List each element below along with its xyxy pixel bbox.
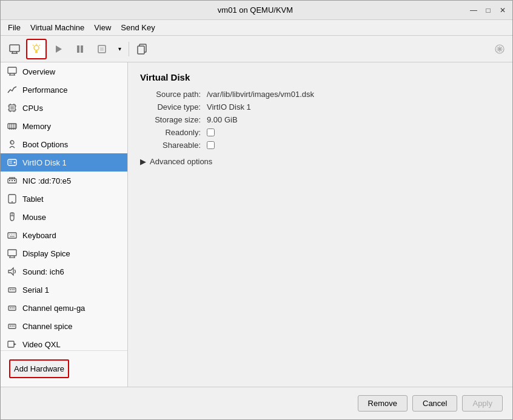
- cancel-button[interactable]: Cancel: [412, 395, 457, 412]
- overview-icon: [7, 66, 18, 77]
- window-controls: — □ ✕: [469, 5, 508, 15]
- boot-options-icon: [7, 139, 18, 150]
- sidebar-item-memory[interactable]: Memory: [1, 117, 127, 135]
- source-path-value: /var/lib/libvirt/images/vm01.dsk: [207, 90, 314, 99]
- source-path-label: Source path:: [140, 90, 207, 99]
- sidebar-scroll: Overview Performance CPUs: [1, 62, 127, 350]
- advanced-options-label: Advanced options: [150, 157, 212, 166]
- svg-rect-58: [12, 180, 13, 181]
- sidebar-item-video-qxl[interactable]: Video QXL: [1, 335, 127, 350]
- screenshot-button[interactable]: [132, 39, 153, 59]
- sidebar-item-tablet[interactable]: Tablet: [1, 190, 127, 208]
- shareable-row: Shareable:: [140, 141, 500, 150]
- toolbar-dropdown-button[interactable]: ▾: [113, 39, 126, 59]
- svg-marker-88: [14, 343, 16, 345]
- svg-point-77: [12, 289, 13, 290]
- pause-button[interactable]: [70, 39, 90, 59]
- channel-spice-icon: [7, 321, 18, 332]
- maximize-button[interactable]: □: [483, 5, 493, 15]
- device-type-row: Device type: VirtIO Disk 1: [140, 102, 500, 112]
- sidebar-label-sound: Sound: ich6: [22, 267, 64, 276]
- svg-point-78: [13, 289, 15, 290]
- power-button[interactable]: [26, 39, 47, 59]
- sidebar-item-channel-spice[interactable]: Channel spice: [1, 317, 127, 335]
- main-window: vm01 on QEMU/KVM — □ ✕ File Virtual Mach…: [0, 0, 513, 420]
- play-icon: [54, 45, 62, 53]
- svg-point-4: [34, 45, 39, 50]
- monitor-button[interactable]: [4, 39, 25, 59]
- menubar: File Virtual Machine View Send Key: [1, 20, 512, 36]
- svg-rect-28: [10, 106, 14, 110]
- sidebar-label-mouse: Mouse: [22, 213, 46, 222]
- readonly-row: Readonly:: [140, 128, 500, 137]
- play-button[interactable]: [48, 39, 69, 59]
- svg-point-76: [10, 289, 11, 290]
- memory-icon: [7, 121, 18, 132]
- sidebar-label-channel-spice: Channel spice: [22, 322, 72, 331]
- sidebar-label-channel-qemu-ga: Channel qemu-ga: [22, 304, 85, 313]
- close-button[interactable]: ✕: [498, 5, 508, 15]
- resize-icon: [494, 44, 505, 55]
- svg-rect-17: [138, 46, 144, 54]
- sidebar-label-display-spice: Display Spice: [22, 249, 70, 258]
- sidebar-item-serial-1[interactable]: Serial 1: [1, 281, 127, 299]
- readonly-checkbox[interactable]: [207, 128, 215, 136]
- toolbar: ▾: [1, 36, 512, 62]
- svg-rect-0: [10, 45, 19, 52]
- storage-size-row: Storage size: 9.00 GiB: [140, 115, 500, 124]
- sidebar-item-channel-qemu-ga[interactable]: Channel qemu-ga: [1, 299, 127, 317]
- shareable-label: Shareable:: [140, 141, 207, 150]
- svg-rect-59: [14, 180, 15, 181]
- sidebar-item-performance[interactable]: Performance: [1, 81, 127, 99]
- sidebar-label-keyboard: Keyboard: [22, 231, 56, 240]
- section-title: Virtual Disk: [140, 72, 500, 82]
- sidebar-item-mouse[interactable]: Mouse: [1, 208, 127, 226]
- storage-size-label: Storage size:: [140, 115, 207, 124]
- sidebar-item-boot-options[interactable]: Boot Options: [1, 135, 127, 153]
- performance-icon: [7, 84, 18, 95]
- sidebar-item-virtio-disk-1[interactable]: VirtIO Disk 1: [1, 153, 127, 172]
- sidebar-label-cpus: CPUs: [22, 104, 43, 113]
- shareable-checkbox[interactable]: [207, 141, 215, 149]
- sidebar-label-virtio-disk-1: VirtIO Disk 1: [22, 158, 67, 167]
- menu-virtual-machine[interactable]: Virtual Machine: [25, 22, 89, 33]
- display-spice-icon: [7, 248, 18, 259]
- monitor-icon: [9, 44, 20, 55]
- fullscreen-button[interactable]: [92, 39, 112, 59]
- advanced-options[interactable]: ▶ Advanced options: [140, 157, 500, 166]
- virtio-disk-icon: [7, 157, 18, 168]
- advanced-options-arrow: ▶: [140, 157, 146, 166]
- menu-view[interactable]: View: [89, 22, 116, 33]
- svg-rect-57: [9, 180, 10, 181]
- svg-rect-15: [100, 47, 104, 51]
- sidebar-item-display-spice[interactable]: Display Spice: [1, 244, 127, 262]
- sidebar-item-keyboard[interactable]: Keyboard: [1, 226, 127, 244]
- sidebar-item-nic[interactable]: NIC :dd:70:e5: [1, 172, 127, 190]
- sidebar-item-sound[interactable]: Sound: ich6: [1, 262, 127, 281]
- sidebar-item-cpus[interactable]: CPUs: [1, 99, 127, 117]
- serial-icon: [7, 284, 18, 295]
- sidebar-label-boot-options: Boot Options: [22, 140, 68, 149]
- svg-point-85: [12, 325, 13, 327]
- remove-button[interactable]: Remove: [358, 395, 407, 412]
- minimize-button[interactable]: —: [469, 5, 478, 15]
- menu-file[interactable]: File: [3, 22, 25, 33]
- svg-point-80: [10, 307, 11, 308]
- mouse-icon: [7, 212, 18, 222]
- menu-send-key[interactable]: Send Key: [116, 22, 159, 33]
- keyboard-icon: [7, 230, 18, 241]
- sidebar-item-overview[interactable]: Overview: [1, 62, 127, 81]
- add-hardware-button[interactable]: Add Hardware: [9, 359, 69, 378]
- resize-button[interactable]: [491, 40, 509, 58]
- toolbar-separator: [129, 42, 129, 56]
- svg-rect-64: [8, 233, 16, 238]
- svg-rect-70: [8, 250, 16, 256]
- copy-icon: [137, 44, 148, 55]
- sidebar-bottom: Add Hardware: [1, 350, 127, 387]
- nic-icon: [7, 175, 18, 186]
- content-area: Overview Performance CPUs: [1, 62, 512, 387]
- titlebar: vm01 on QEMU/KVM — □ ✕: [1, 1, 512, 20]
- sidebar-label-performance: Performance: [22, 85, 67, 95]
- apply-button[interactable]: Apply: [462, 395, 503, 412]
- svg-rect-23: [8, 67, 16, 73]
